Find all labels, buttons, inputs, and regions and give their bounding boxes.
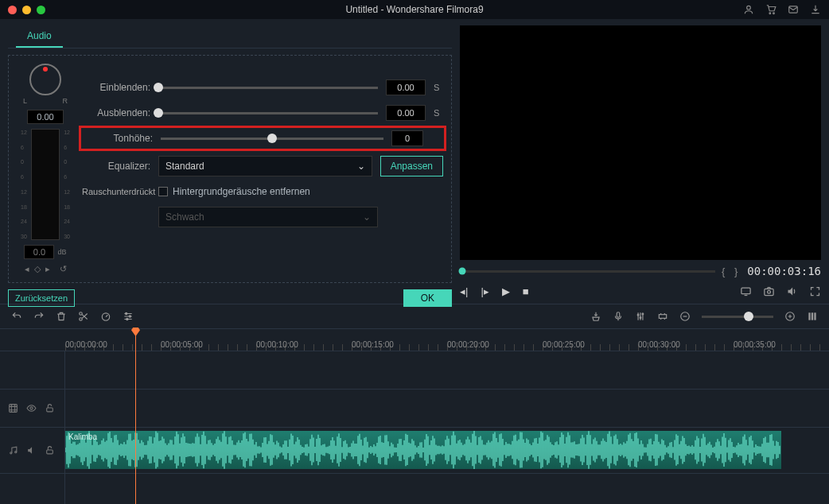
pan-value[interactable]: 0.00 <box>27 110 64 124</box>
lock-icon[interactable] <box>45 445 55 456</box>
svg-point-11 <box>129 316 130 317</box>
mic-icon[interactable] <box>613 311 624 322</box>
track-options-icon[interactable] <box>807 311 818 322</box>
svg-point-0 <box>747 6 751 10</box>
svg-rect-5 <box>765 289 773 295</box>
chevron-down-icon: ⌄ <box>357 161 365 172</box>
redo-icon[interactable] <box>33 311 45 322</box>
denoise-check-label: Hintergrundgeräusche entfernen <box>173 186 310 197</box>
audio-track-icon <box>8 445 18 456</box>
adjust-icon[interactable] <box>123 311 134 322</box>
fadeout-unit: S <box>434 108 443 118</box>
fadein-unit: S <box>434 83 443 92</box>
mute-icon[interactable] <box>26 445 37 456</box>
fadeout-slider[interactable] <box>158 112 378 114</box>
maximize-window-button[interactable] <box>37 6 45 14</box>
fit-icon[interactable] <box>657 311 668 322</box>
fadein-value[interactable]: 0.00 <box>386 79 426 95</box>
db-label: dB <box>57 248 66 256</box>
minimize-window-button[interactable] <box>22 6 31 14</box>
ruler-tick: 00:00:15:00 <box>352 340 394 349</box>
fullscreen-icon[interactable] <box>809 285 821 297</box>
fadein-slider[interactable] <box>158 87 378 89</box>
svg-point-7 <box>80 312 83 316</box>
mixer-icon[interactable] <box>635 311 646 322</box>
svg-rect-13 <box>617 312 620 317</box>
svg-point-26 <box>10 452 12 454</box>
playhead[interactable] <box>135 329 136 504</box>
svg-rect-17 <box>659 315 666 319</box>
audio-clip[interactable]: Kalimba <box>65 431 781 469</box>
speed-icon[interactable] <box>100 311 111 322</box>
denoise-label: Rauschunterdrückt <box>82 187 150 196</box>
svg-point-24 <box>30 407 33 409</box>
tabs: Audio <box>8 25 452 48</box>
svg-point-27 <box>15 452 17 453</box>
play-icon[interactable]: ▶ <box>502 285 510 297</box>
zoom-slider[interactable] <box>702 316 773 318</box>
marker-icon[interactable] <box>590 311 601 322</box>
eq-value: Standard <box>165 161 204 172</box>
svg-rect-25 <box>47 408 53 412</box>
pitch-slider[interactable] <box>161 138 383 140</box>
svg-point-6 <box>768 290 771 293</box>
ruler-tick: 00:00:35:00 <box>734 340 776 349</box>
undo-icon[interactable] <box>11 311 22 322</box>
lock-icon[interactable] <box>45 403 55 413</box>
denoise-level-value: Schwach <box>165 211 204 223</box>
denoise-checkbox[interactable] <box>158 187 168 196</box>
denoise-level-select[interactable]: Schwach ⌄ <box>158 207 378 227</box>
svg-rect-20 <box>808 312 810 320</box>
reset-button[interactable]: Zurücksetzen <box>8 289 75 307</box>
window-title: Untitled - Wondershare Filmora9 <box>345 4 483 15</box>
svg-point-12 <box>126 318 128 320</box>
cart-icon[interactable] <box>765 4 776 15</box>
reset-audio-icon[interactable]: ↺ <box>60 264 67 274</box>
prev-keyframe-icon[interactable]: ◂ <box>25 264 29 274</box>
ruler-tick: 00:00:05:00 <box>161 340 203 349</box>
pitch-value[interactable]: 0 <box>391 130 423 146</box>
visibility-icon[interactable] <box>26 403 37 413</box>
mail-icon[interactable] <box>788 4 799 15</box>
svg-rect-4 <box>741 288 750 294</box>
volume-icon[interactable] <box>786 285 798 297</box>
user-icon[interactable] <box>743 4 754 15</box>
pan-right-label: R <box>63 97 68 105</box>
keyframe-icon[interactable]: ◇ <box>34 264 41 274</box>
preview-scrubber[interactable] <box>460 270 715 273</box>
snapshot-icon[interactable] <box>763 285 775 297</box>
video-track-icon <box>8 403 18 413</box>
video-track[interactable] <box>0 390 829 428</box>
eq-select[interactable]: Standard ⌄ <box>158 156 372 176</box>
delete-icon[interactable] <box>56 311 67 322</box>
next-keyframe-icon[interactable]: ▸ <box>45 264 50 274</box>
svg-point-10 <box>126 312 127 314</box>
zoom-in-icon[interactable] <box>784 311 796 322</box>
ok-button[interactable]: OK <box>403 289 452 307</box>
download-icon[interactable] <box>810 4 821 15</box>
mark-in-out-icon[interactable]: { } <box>722 266 741 277</box>
ruler-tick: 00:00:20:00 <box>447 340 489 349</box>
fadein-label: Einblenden: <box>82 82 150 93</box>
ruler-tick: 00:00:30:00 <box>638 340 680 349</box>
track-spacer-2 <box>0 474 829 504</box>
quality-icon[interactable] <box>740 285 752 297</box>
stop-icon[interactable]: ■ <box>523 285 529 297</box>
tab-audio[interactable]: Audio <box>16 25 63 48</box>
timeline: + 00:00:00:0000:00:05:0000:00:10:0000:00… <box>0 329 829 504</box>
next-frame-icon[interactable]: |▸ <box>481 285 488 297</box>
fadeout-value[interactable]: 0.00 <box>386 105 426 121</box>
audio-track[interactable]: Kalimba <box>0 428 829 474</box>
time-ruler[interactable]: + 00:00:00:0000:00:05:0000:00:10:0000:00… <box>0 329 829 351</box>
close-window-button[interactable] <box>8 6 17 14</box>
db-value[interactable]: 0.0 <box>24 245 54 259</box>
ruler-tick: 00:00:25:00 <box>543 340 585 349</box>
split-icon[interactable] <box>78 311 89 322</box>
ruler-tick: 00:00:00:00 <box>65 340 107 349</box>
prev-frame-icon[interactable]: ◂| <box>460 285 468 297</box>
zoom-out-icon[interactable] <box>679 311 691 322</box>
waveform-icon <box>65 431 781 469</box>
pan-left-label: L <box>23 97 27 105</box>
pan-knob[interactable] <box>29 64 61 95</box>
eq-adjust-button[interactable]: Anpassen <box>380 156 443 176</box>
